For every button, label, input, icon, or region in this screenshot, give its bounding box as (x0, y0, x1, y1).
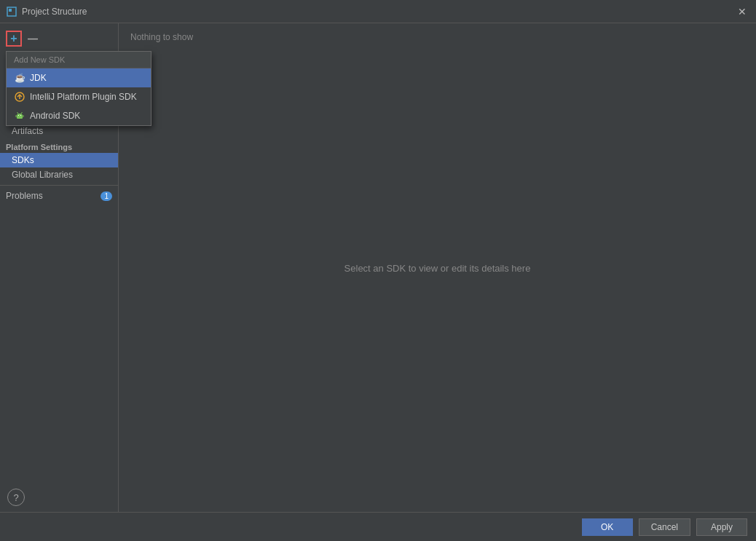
cancel-button[interactable]: Cancel (639, 518, 690, 536)
sidebar-item-global-libraries[interactable]: Global Libraries (0, 167, 118, 182)
dropdown-item-android[interactable]: Android SDK (7, 106, 151, 125)
dropdown-header: Add New SDK (7, 52, 151, 68)
sdk-hint-text: Select an SDK to view or edit its detail… (344, 262, 531, 273)
bottom-bar: OK Cancel Apply (0, 512, 756, 541)
dropdown-jdk-label: JDK (30, 73, 47, 83)
add-sdk-dropdown: Add New SDK ☕ JDK Inte (6, 51, 151, 126)
problems-label: Problems (6, 191, 43, 201)
ok-button[interactable]: OK (582, 518, 633, 536)
window-title: Project Structure (22, 7, 734, 17)
sidebar-item-sdks[interactable]: SDKs (0, 153, 118, 167)
svg-line-5 (21, 112, 23, 114)
dropdown-item-intellij[interactable]: IntelliJ Platform Plugin SDK (7, 87, 151, 106)
nothing-to-show-text: Nothing to show (119, 23, 756, 51)
svg-line-4 (17, 112, 19, 114)
intellij-icon (14, 91, 25, 103)
right-panel: Nothing to show Select an SDK to view or… (119, 23, 756, 512)
main-content: + Add New SDK ☕ JDK (0, 23, 756, 512)
dropdown-android-label: Android SDK (30, 111, 80, 121)
problems-row[interactable]: Problems 1 (0, 189, 118, 203)
title-bar: Project Structure ✕ (0, 0, 756, 23)
app-icon (6, 6, 17, 17)
svg-rect-9 (23, 115, 24, 117)
sidebar-divider (0, 185, 118, 186)
svg-rect-6 (18, 115, 19, 116)
sidebar-toolbar: + Add New SDK ☕ JDK (0, 29, 118, 51)
remove-button[interactable]: — (25, 31, 41, 47)
svg-rect-7 (20, 115, 21, 116)
android-icon (14, 110, 25, 122)
sidebar: + Add New SDK ☕ JDK (0, 23, 119, 512)
dropdown-item-jdk[interactable]: ☕ JDK (7, 68, 151, 87)
add-btn-container: + Add New SDK ☕ JDK (6, 31, 22, 47)
problems-badge: 1 (101, 191, 112, 201)
dropdown-intellij-label: IntelliJ Platform Plugin SDK (30, 92, 137, 102)
close-button[interactable]: ✕ (734, 4, 750, 20)
platform-settings-label: Platform Settings (0, 138, 118, 153)
jdk-icon: ☕ (14, 72, 25, 84)
sidebar-item-artifacts[interactable]: Artifacts (0, 124, 118, 138)
svg-rect-8 (16, 115, 17, 117)
svg-rect-1 (9, 9, 12, 12)
help-button[interactable]: ? (7, 489, 25, 506)
apply-button[interactable]: Apply (696, 518, 747, 536)
add-button[interactable]: + (6, 31, 22, 47)
